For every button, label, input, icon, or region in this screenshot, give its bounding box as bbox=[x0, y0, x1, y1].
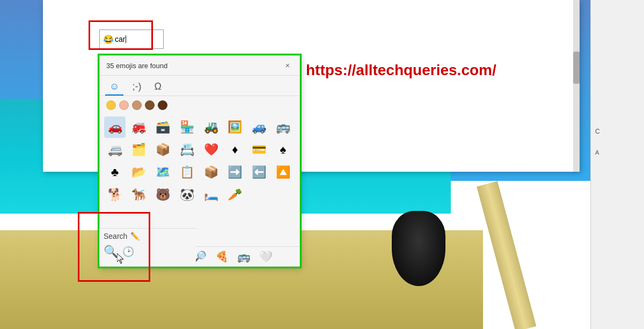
tab-text[interactable]: ;-) bbox=[128, 79, 145, 96]
hanging-bag bbox=[392, 211, 445, 286]
emoji-box2[interactable]: 📦 bbox=[200, 162, 222, 183]
bottom-travel-icon[interactable]: 🚌 bbox=[237, 250, 251, 263]
tab-smiley[interactable]: ☺ bbox=[105, 79, 123, 96]
emoji-card-box[interactable]: 🗃️ bbox=[152, 116, 174, 138]
emoji-bus[interactable]: 🚌 bbox=[272, 116, 294, 138]
emoji-picker-header: 35 emojis are found × bbox=[100, 56, 299, 76]
search-area: Search ✏️ 🔍 🕑 bbox=[99, 228, 196, 264]
magnify-icon[interactable]: 🔍 bbox=[104, 245, 118, 259]
skin-tone-light[interactable] bbox=[119, 100, 129, 110]
skin-tone-medium-dark[interactable] bbox=[145, 100, 155, 110]
emoji-map[interactable]: 🗺️ bbox=[152, 162, 174, 183]
scrollbar-thumb[interactable] bbox=[573, 52, 580, 84]
emoji-picker-close-button[interactable]: × bbox=[282, 60, 293, 71]
emoji-input-box[interactable]: 😂 car bbox=[99, 30, 164, 49]
emoji-left-arrow[interactable]: ⬅️ bbox=[248, 162, 270, 183]
emoji-car[interactable]: 🚗 bbox=[104, 116, 126, 138]
emoji-open-folder[interactable]: 📂 bbox=[128, 162, 150, 183]
skin-tone-dark[interactable] bbox=[158, 100, 167, 110]
clock-icon[interactable]: 🕑 bbox=[122, 246, 134, 258]
skin-tone-selector bbox=[100, 96, 299, 114]
bottom-heart-outline-icon[interactable]: 🤍 bbox=[259, 250, 273, 263]
emoji-clipboard[interactable]: 📋 bbox=[176, 162, 197, 183]
emoji-dog2[interactable]: 🐕‍🦺 bbox=[128, 184, 150, 206]
emoji-credit-card[interactable]: 💳 bbox=[248, 139, 270, 160]
emoji-card-index[interactable]: 📇 bbox=[176, 139, 197, 160]
tab-symbols[interactable]: Ω bbox=[150, 79, 165, 96]
emoji-empty2 bbox=[272, 184, 294, 206]
emoji-heart[interactable]: ❤️ bbox=[200, 139, 222, 160]
scrollbar[interactable] bbox=[573, 0, 580, 172]
emoji-minibus[interactable]: 🚐 bbox=[104, 139, 126, 160]
input-emoji: 😂 bbox=[103, 34, 114, 45]
input-text: car bbox=[115, 35, 125, 43]
right-panel: C A bbox=[590, 0, 644, 329]
tree-trunk bbox=[477, 181, 536, 329]
skin-tone-yellow[interactable] bbox=[106, 100, 116, 110]
emoji-package[interactable]: 📦 bbox=[152, 139, 174, 160]
emoji-grid-container[interactable]: 🚗 🚒 🗃️ 🏪 🚜 🖼️ 🚙 🚌 🚐 🗂️ 📦 📇 ❤️ ♦️ 💳 ♠️ ♣️… bbox=[100, 114, 299, 246]
emoji-up-arrow[interactable]: 🔼 bbox=[272, 162, 294, 183]
url-overlay: https://alltechqueries.com/ bbox=[306, 62, 496, 79]
emoji-grid: 🚗 🚒 🗃️ 🏪 🚜 🖼️ 🚙 🚌 🚐 🗂️ 📦 📇 ❤️ ♦️ 💳 ♠️ ♣️… bbox=[104, 116, 295, 206]
pencil-icon: ✏️ bbox=[130, 232, 140, 240]
emoji-suv[interactable]: 🚙 bbox=[248, 116, 270, 138]
emoji-spade[interactable]: ♠️ bbox=[272, 139, 294, 160]
emoji-carrot[interactable]: 🥕 bbox=[224, 184, 246, 206]
emoji-diamond[interactable]: ♦️ bbox=[224, 139, 246, 160]
emoji-count-label: 35 emojis are found bbox=[106, 62, 167, 70]
emoji-right-arrow[interactable]: ➡️ bbox=[224, 162, 246, 183]
emoji-tractor[interactable]: 🚜 bbox=[200, 116, 222, 138]
cursor-blink bbox=[126, 35, 126, 43]
emoji-bear2[interactable]: 🐼 bbox=[176, 184, 197, 206]
skin-tone-medium-light[interactable] bbox=[132, 100, 142, 110]
search-label: Search bbox=[104, 232, 127, 240]
emoji-empty1 bbox=[248, 184, 270, 206]
bottom-food-icon[interactable]: 🍕 bbox=[215, 250, 229, 263]
emoji-frame[interactable]: 🖼️ bbox=[224, 116, 246, 138]
emoji-fire-truck[interactable]: 🚒 bbox=[128, 116, 150, 138]
emoji-bear1[interactable]: 🐻 bbox=[152, 184, 174, 206]
emoji-file-folder[interactable]: 🗂️ bbox=[128, 139, 150, 160]
emoji-bed[interactable]: 🛏️ bbox=[200, 184, 222, 206]
emoji-club[interactable]: ♣️ bbox=[104, 162, 126, 183]
emoji-store[interactable]: 🏪 bbox=[176, 116, 197, 138]
emoji-tabs: ☺ ;-) Ω bbox=[100, 76, 299, 96]
emoji-dog1[interactable]: 🐕 bbox=[104, 184, 126, 206]
